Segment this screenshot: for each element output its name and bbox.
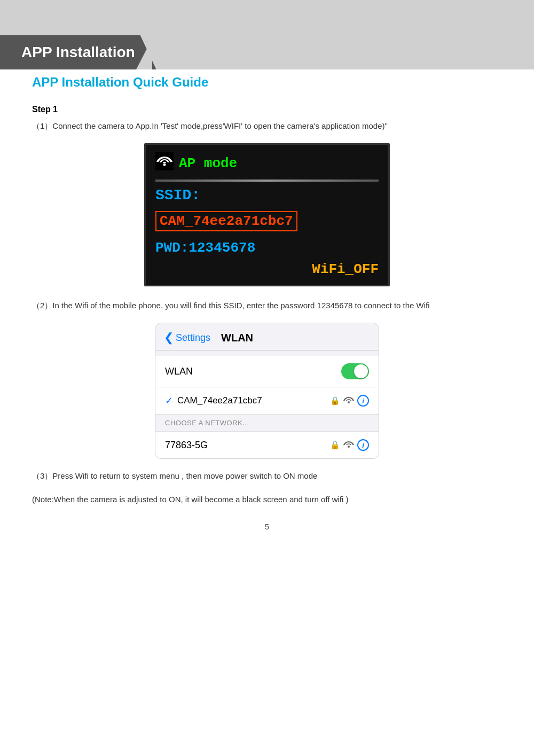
step1-text4: (Note:When the camera is adjusted to ON,… bbox=[32, 493, 502, 506]
checkmark-icon: ✓ bbox=[165, 395, 173, 407]
pwd-text: PWD:12345678 bbox=[155, 240, 379, 256]
wlan-toggle-row: WLAN bbox=[155, 356, 379, 387]
connected-network-name: CAM_74ee2a71cbc7 bbox=[177, 395, 262, 406]
wlan-row-label: WLAN bbox=[165, 366, 193, 377]
settings-back-label: Settings bbox=[176, 332, 210, 344]
info-icon[interactable]: i bbox=[357, 395, 369, 407]
toggle-knob bbox=[354, 364, 368, 378]
header-tab: APP Installation bbox=[0, 35, 156, 69]
page-number: 5 bbox=[32, 522, 502, 542]
cam-divider bbox=[155, 180, 379, 182]
page: APP Installation APP Installation Quick … bbox=[0, 0, 534, 756]
corner-decoration bbox=[136, 38, 152, 69]
other-info-icon[interactable]: i bbox=[357, 439, 369, 451]
main-content: APP Installation Quick Guide Step 1 （1）C… bbox=[0, 69, 534, 563]
header-section: APP Installation bbox=[0, 0, 534, 69]
svg-point-3 bbox=[348, 446, 350, 448]
other-network-row[interactable]: 77863-5G 🔒 i bbox=[155, 432, 379, 458]
cam-row-ap-mode: AP mode bbox=[155, 152, 379, 174]
wifi-off-text: WiFi_OFF bbox=[155, 261, 379, 277]
other-network-right: 🔒 i bbox=[330, 439, 369, 451]
wifi-signal-icon bbox=[343, 395, 354, 406]
page-title: APP Installation bbox=[21, 44, 135, 61]
step1-text3: （3）Press Wifi to return to system menu ,… bbox=[32, 470, 502, 482]
wlan-toggle[interactable] bbox=[341, 363, 369, 379]
step1-text2: （2）In the Wifi of the mobile phone, you … bbox=[32, 299, 502, 312]
other-lock-icon: 🔒 bbox=[330, 440, 340, 450]
other-wifi-signal-icon bbox=[343, 440, 354, 450]
connected-network-row[interactable]: ✓ CAM_74ee2a71cbc7 🔒 i bbox=[155, 387, 379, 415]
cam-wifi-icon bbox=[155, 152, 174, 174]
choose-network-label: CHOOSE A NETWORK... bbox=[155, 415, 379, 432]
phone-spacer-1 bbox=[155, 350, 379, 356]
svg-point-1 bbox=[163, 163, 166, 166]
back-arrow-icon: ❮ bbox=[164, 331, 174, 345]
phone-settings-mockup: ❮ Settings WLAN WLAN ✓ CAM_74ee2a71cbc7 … bbox=[155, 323, 379, 459]
wlan-header-label: WLAN bbox=[221, 332, 253, 344]
ap-mode-text: AP mode bbox=[179, 155, 237, 172]
cam-name-row: CAM_74ee2a71cbc7 bbox=[155, 207, 379, 236]
svg-point-2 bbox=[348, 401, 350, 403]
step1-label: Step 1 bbox=[32, 105, 502, 114]
connected-network-right: 🔒 i bbox=[330, 395, 369, 407]
connected-network-left: ✓ CAM_74ee2a71cbc7 bbox=[165, 395, 262, 407]
lock-icon: 🔒 bbox=[330, 396, 340, 406]
camera-screen-mockup: AP mode SSID: CAM_74ee2a71cbc7 PWD:12345… bbox=[144, 143, 390, 286]
quick-guide-heading: APP Installation Quick Guide bbox=[32, 75, 502, 90]
step1-text1: （1）Connect the camera to App.In 'Test' m… bbox=[32, 120, 502, 133]
phone-header: ❮ Settings WLAN bbox=[155, 323, 379, 350]
ssid-label: SSID: bbox=[155, 187, 379, 204]
other-network-name: 77863-5G bbox=[165, 440, 208, 451]
cam-ssid-value: CAM_74ee2a71cbc7 bbox=[155, 211, 297, 231]
